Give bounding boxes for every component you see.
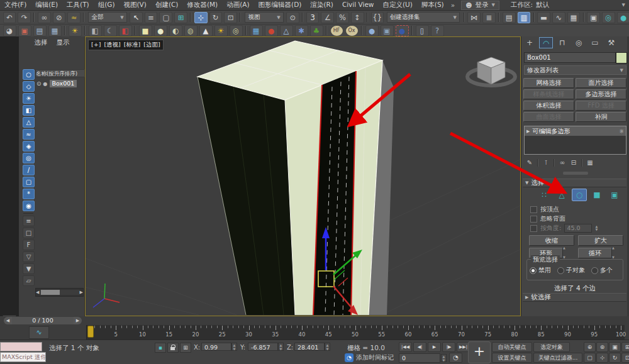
- curve-editor-icon[interactable]: ∿: [552, 12, 565, 23]
- schematic-view-icon[interactable]: ▦: [567, 12, 581, 23]
- object-name-field[interactable]: Box001: [524, 52, 616, 63]
- set-key-big-button[interactable]: +: [468, 341, 491, 363]
- viewport-shading-label[interactable]: [标准]: [124, 41, 140, 49]
- workspace-selector[interactable]: 工作区: 默认: [511, 1, 549, 9]
- camera-icon[interactable]: ◧: [89, 25, 102, 36]
- slider-right-icon[interactable]: ▶: [74, 317, 82, 324]
- scene-explorer-icon[interactable]: ▤: [503, 12, 516, 23]
- checkbox-icon[interactable]: [530, 225, 537, 232]
- pyramid-helper-icon[interactable]: △: [280, 25, 293, 36]
- object-color-swatch[interactable]: [616, 52, 627, 63]
- menu-item-12[interactable]: 脚本(S): [417, 1, 448, 9]
- absolute-offset-toggle-icon[interactable]: ⊞: [180, 343, 191, 353]
- set-key-button[interactable]: 设置关键点: [492, 353, 532, 363]
- remove-modifier-icon[interactable]: ⊟: [568, 158, 579, 167]
- display-shapes-icon[interactable]: ◇: [23, 81, 35, 92]
- edge-subobject-icon[interactable]: △: [554, 189, 569, 201]
- configure-modifier-sets-icon[interactable]: ▦: [584, 158, 596, 167]
- display-lights-icon[interactable]: ☀: [23, 93, 35, 104]
- select-by-name-icon[interactable]: ≡: [145, 12, 158, 23]
- tab-motion[interactable]: ◎: [572, 37, 586, 48]
- modifier-select-button-4[interactable]: 体积选择: [523, 101, 574, 111]
- named-selection-sets-icon[interactable]: {}: [371, 12, 384, 23]
- box-primitive-icon[interactable]: ■: [139, 25, 152, 36]
- spinner-icon[interactable]: ▲▼: [595, 225, 598, 231]
- viewport-label-bar[interactable]: [+] [透视] [标准] [边面]: [88, 40, 164, 50]
- tab-modify[interactable]: ◠: [539, 37, 553, 48]
- ox-badge-icon[interactable]: Ox: [345, 25, 359, 36]
- teapot-primitive-icon[interactable]: ◍: [184, 25, 198, 36]
- toggle-ribbon-icon[interactable]: ▬: [537, 12, 550, 23]
- frame-spinner-icon[interactable]: ▲▼: [441, 354, 447, 362]
- soft-selection-rollout-header[interactable]: ▶ 软选择: [523, 293, 626, 302]
- preview-option-2[interactable]: 多个: [591, 266, 613, 275]
- show-end-result-icon[interactable]: ⊺: [540, 158, 552, 167]
- tab-display[interactable]: ▭: [588, 37, 602, 48]
- percent-snap-icon[interactable]: %: [336, 12, 349, 23]
- scroll-left-icon[interactable]: ◀: [36, 290, 39, 295]
- stack-item-editable-poly[interactable]: ▶ 可编辑多边形 ☼: [525, 126, 626, 136]
- unlink-selection-icon[interactable]: ⊘: [53, 12, 66, 23]
- add-time-tag[interactable]: ◔ 添加时间标记: [345, 353, 394, 362]
- spinner-snap-icon[interactable]: ↕: [351, 12, 364, 23]
- zoom-icon[interactable]: ⊕: [584, 342, 596, 352]
- preview-option-0[interactable]: 禁用: [530, 266, 551, 275]
- compositor-icon[interactable]: ▣: [381, 25, 394, 36]
- filter-icon[interactable]: ▼: [23, 263, 35, 274]
- explorer-tab-display[interactable]: 显示: [57, 38, 70, 47]
- scroll-track[interactable]: [40, 290, 79, 295]
- zoom-extents-all-icon[interactable]: ⊞: [621, 342, 629, 352]
- snaps-toggle-icon[interactable]: 3: [306, 12, 320, 23]
- rendered-frame-window-icon[interactable]: ◎: [602, 12, 615, 23]
- zoom-extents-icon[interactable]: ▣: [609, 342, 621, 352]
- preview-option-1[interactable]: 子对象: [557, 266, 585, 275]
- y-coord-field[interactable]: -6.857: [248, 343, 278, 351]
- render-teapot-icon[interactable]: ◕: [3, 25, 16, 36]
- workspace-chevron-icon[interactable]: ▼: [622, 3, 625, 8]
- time-configuration-icon[interactable]: ◔: [449, 353, 462, 363]
- current-frame-field[interactable]: 0: [399, 353, 440, 363]
- sort-list-icon[interactable]: ≡: [23, 216, 35, 226]
- layer-manager-icon[interactable]: ▥: [518, 12, 531, 23]
- zoom-all-icon[interactable]: ⊛: [596, 342, 608, 352]
- object-name-label[interactable]: Box001: [50, 80, 77, 87]
- folder-icon[interactable]: ▱: [23, 275, 35, 286]
- sort-type-icon[interactable]: □: [23, 228, 35, 238]
- mirror-icon[interactable]: ⋈: [467, 12, 481, 23]
- select-and-rotate-icon[interactable]: ↻: [209, 12, 223, 23]
- explorer-tab-select[interactable]: 选择: [35, 38, 48, 47]
- scroll-thumb[interactable]: [41, 290, 60, 295]
- viewport-edged-faces-label[interactable]: [边面]: [143, 41, 160, 49]
- timeline-ruler[interactable]: 0510152025303540455055606570758085909510…: [86, 325, 625, 339]
- foliage-icon[interactable]: ♣: [310, 25, 323, 36]
- sphere-primitive-icon[interactable]: ●: [154, 25, 167, 36]
- modifier-list-dropdown[interactable]: 修改器列表 ▼: [524, 65, 626, 75]
- display-bones-icon[interactable]: /: [23, 165, 35, 175]
- menu-overflow-chevron[interactable]: »: [448, 1, 457, 9]
- render-production-icon[interactable]: ●: [617, 12, 629, 23]
- stack-expand-icon[interactable]: ▶: [526, 129, 530, 134]
- bind-to-space-warp-icon[interactable]: ≈: [67, 12, 81, 23]
- menu-item-4[interactable]: 视图(V): [120, 1, 151, 9]
- polygon-subobject-icon[interactable]: ■: [589, 189, 604, 201]
- modifier-select-button-1[interactable]: 面片选择: [576, 78, 626, 88]
- display-hidden-icon[interactable]: ◉: [23, 201, 35, 211]
- render-table-icon[interactable]: ▦: [48, 25, 62, 36]
- stack-bulb-icon[interactable]: ☼: [619, 128, 624, 135]
- display-spacewarps-icon[interactable]: ≈: [23, 129, 35, 140]
- selection-region-lock-icon[interactable]: ▪: [155, 343, 166, 353]
- material-sphere-icon[interactable]: ●: [365, 25, 379, 36]
- reference-coordinate-dropdown[interactable]: 视图▼: [245, 12, 283, 23]
- maximize-viewport-icon[interactable]: ⊡: [621, 353, 629, 363]
- loop-spinner-icon[interactable]: ▲▼: [612, 248, 615, 257]
- display-containers-icon[interactable]: ▢: [23, 177, 35, 187]
- modifier-select-button-0[interactable]: 网格选择: [523, 78, 574, 88]
- key-filters-button[interactable]: 关键点过滤器...: [533, 353, 582, 363]
- explorer-horizontal-scrollbar[interactable]: ◀ ▶: [35, 288, 84, 297]
- menu-item-9[interactable]: 渲染(R): [306, 1, 338, 9]
- mini-curve-editor-button[interactable]: ∿: [29, 326, 49, 339]
- viewport-canvas[interactable]: [86, 37, 520, 316]
- menu-item-10[interactable]: Civil View: [338, 1, 379, 9]
- perspective-viewport[interactable]: [+] [透视] [标准] [边面]: [85, 36, 521, 316]
- login-button[interactable]: ☻ 登录 ▼: [461, 1, 499, 10]
